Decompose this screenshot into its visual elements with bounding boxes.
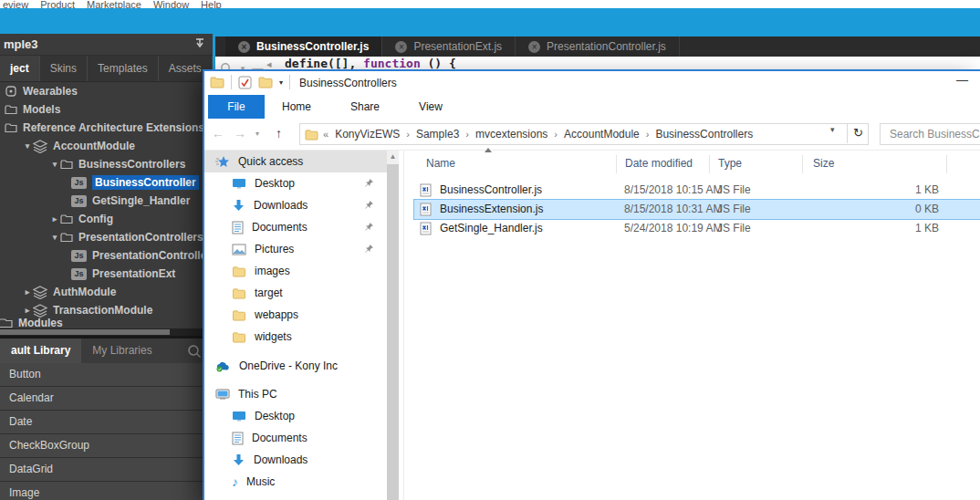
breadcrumb-overflow-icon[interactable]: « [323,129,328,140]
search-icon[interactable] [187,344,202,359]
nav-scrollbar[interactable]: ▲ [387,151,399,500]
address-bar[interactable]: « KonyVizEWS › Sample3 › mvcextensions ›… [299,123,869,145]
tab-file[interactable]: File [208,95,265,119]
close-icon[interactable]: × [238,41,250,53]
expander-open-icon[interactable]: ▾ [22,141,33,151]
folder-icon [60,159,73,170]
close-icon[interactable]: × [528,41,540,53]
tab-project[interactable]: ject [0,56,40,81]
nav-pc-downloads[interactable]: Downloads [204,449,387,471]
chevron-right-icon[interactable]: › [646,129,650,140]
up-icon[interactable]: ↑ [276,126,282,141]
tree-item-config[interactable]: ▸ Config [0,210,213,228]
expander-closed-icon[interactable]: ▸ [49,214,60,224]
tree-item-getsingle-handler[interactable]: Js GetSingle_Handler [0,192,213,210]
tree-item-models[interactable]: Models [0,100,213,119]
breadcrumb-item[interactable]: mvcextensions [475,128,547,141]
back-icon[interactable]: ← [212,126,224,141]
nav-downloads[interactable]: Downloads [204,194,387,216]
file-row-businesscontroller[interactable]: BusinessController.js 8/15/2018 10:15 AM… [414,181,980,200]
nav-onedrive[interactable]: OneDrive - Kony Inc [204,355,387,377]
new-folder-icon[interactable] [258,76,273,89]
expander-open-icon[interactable]: ▾ [49,160,60,169]
column-separator [709,155,710,173]
expander-open-icon[interactable]: ▾ [49,233,60,242]
tree-item-accountmodule[interactable]: ▾ AccountModule [0,137,213,155]
editor-tab-presentationcontroller[interactable]: × PresentationController.js [516,36,680,57]
tree-item-presentationcontroller[interactable]: Js PresentationController [0,246,213,265]
nav-documents[interactable]: Documents [204,216,387,238]
tree-item-businesscontroller[interactable]: Js BusinessController [0,173,213,192]
tree-item-authmodule[interactable]: ▸ AuthModule [0,283,213,301]
tree-item-presentationcontrollers[interactable]: ▾ PresentationControllers [0,228,213,246]
close-icon[interactable]: × [395,41,407,53]
qat-customize-icon[interactable]: ▾ [279,78,283,87]
library-item-checkboxgroup[interactable]: CheckBoxGroup [0,434,213,458]
expander-closed-icon[interactable]: ▸ [22,287,33,297]
explorer-titlebar[interactable]: ▾ BusinessControllers — [204,71,980,95]
scrollbar-thumb[interactable] [387,164,399,500]
tab-view[interactable]: View [411,95,451,119]
nav-folder-widgets[interactable]: widgets [204,326,387,348]
folder-icon [5,122,17,133]
nav-desktop[interactable]: Desktop [204,172,387,194]
editor-tab-presentationext[interactable]: × PresentationExt.js [382,36,516,57]
pin-panel-icon[interactable] [194,37,205,48]
menu-item[interactable]: Help [201,0,222,8]
nav-pc-music[interactable]: ♪ Music [204,471,387,493]
nav-folder-images[interactable]: images [204,260,387,282]
menu-item[interactable]: Product [40,0,75,8]
menu-item[interactable]: eview [3,0,28,8]
tree-item-reference-architecture-extensions[interactable]: Reference Architecture Extensions [0,119,213,137]
minimize-icon[interactable]: — [956,73,968,87]
chevron-right-icon[interactable]: › [465,129,469,140]
library-item-calendar[interactable]: Calendar [0,387,213,411]
nav-this-pc[interactable]: This PC [204,383,387,405]
refresh-icon[interactable]: ↻ [853,126,863,140]
library-item-datagrid[interactable]: DataGrid [0,458,213,482]
column-header-name[interactable]: Name [426,157,455,170]
nav-pc-documents[interactable]: Documents [204,427,387,449]
tab-share[interactable]: Share [343,95,387,119]
column-header-type[interactable]: Type [718,157,742,170]
library-item-date[interactable]: Date [0,411,213,434]
tree-item-presentationext[interactable]: Js PresentationExt [0,265,213,283]
scroll-up-icon[interactable]: ▲ [387,151,399,163]
file-row-getsingle-handler[interactable]: GetSingle_Handler.js 5/24/2018 10:19 AM … [414,219,980,238]
tree-item-wearables[interactable]: Wearables [0,82,213,100]
properties-check-icon[interactable] [238,76,252,89]
file-row-businessextension[interactable]: BusinessExtension.js 8/15/2018 10:31 AM … [414,200,980,219]
breadcrumb-item[interactable]: Sample3 [416,128,459,141]
nav-pictures[interactable]: Pictures [204,238,387,260]
tab-my-libraries[interactable]: My Libraries [81,339,162,363]
horizontal-scrollbar[interactable] [0,328,213,336]
nav-quick-access[interactable]: Quick access [204,151,387,172]
expander-closed-icon[interactable]: ▸ [22,306,33,315]
nav-folder-webapps[interactable]: webapps [204,304,387,326]
tree-item-businesscontrollers[interactable]: ▾ BusinessControllers [0,155,213,173]
search-input[interactable]: Search BusinessControllers [880,123,980,145]
library-item-button[interactable]: Button [0,363,213,387]
tab-default-library[interactable]: ault Library [0,339,81,363]
forward-icon[interactable]: → [234,126,246,141]
column-header-size[interactable]: Size [813,157,834,170]
breadcrumb-item[interactable]: KonyVizEWS [335,128,400,141]
column-header-date-modified[interactable]: Date modified [625,157,693,170]
tab-home[interactable]: Home [276,95,318,119]
breadcrumb-item[interactable]: BusinessControllers [655,128,753,141]
chevron-right-icon[interactable]: › [406,129,410,140]
nav-folder-target[interactable]: target [204,282,387,304]
address-dropdown-icon[interactable]: ▾ [830,125,835,134]
breadcrumb-item[interactable]: AccountModule [564,128,640,141]
library-item-image[interactable]: Image [0,482,213,500]
scrollbar-thumb[interactable] [0,329,170,335]
tab-skins[interactable]: Skins [40,56,88,81]
editor-tab-businesscontroller[interactable]: × BusinessController.js [225,36,382,57]
tab-templates[interactable]: Templates [88,56,159,81]
menu-item[interactable]: Marketplace [87,0,141,8]
menu-item[interactable]: Window [153,0,189,8]
chevron-right-icon[interactable]: › [554,129,558,140]
recent-locations-icon[interactable]: ▾ [255,130,259,138]
nav-pc-desktop[interactable]: Desktop [204,405,387,427]
tree-section-modules[interactable]: Modules [0,316,213,329]
